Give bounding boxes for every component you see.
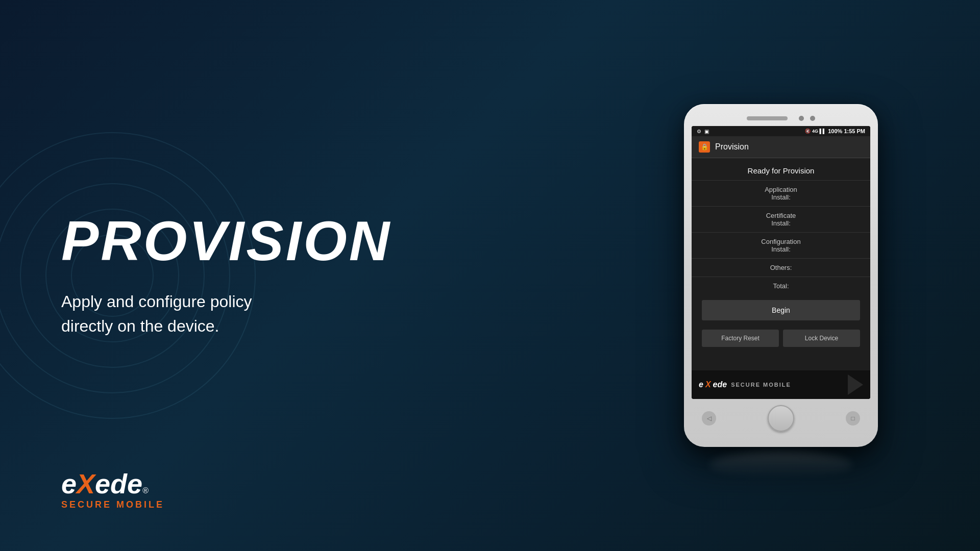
home-button[interactable] [768, 405, 794, 432]
lock-device-button[interactable]: Lock Device [783, 330, 860, 347]
content-spacer [692, 355, 870, 370]
logo-registered: ® [142, 487, 149, 495]
factory-reset-button[interactable]: Factory Reset [702, 330, 779, 347]
application-install-row: ApplicationInstall: [692, 180, 870, 206]
app-header-icon: 🔒 [699, 141, 710, 153]
others-label: Others: [770, 264, 792, 271]
page-title: PROVISION [61, 213, 391, 269]
footer-logo-ede: ede [713, 380, 727, 389]
phone-camera1 [799, 116, 804, 121]
signal-icons: 🔇 4G ▌▌ [805, 129, 826, 134]
action-buttons-container: Factory Reset Lock Device [692, 325, 870, 355]
app-content: Ready for Provision ApplicationInstall: … [692, 158, 870, 370]
left-content-area: PROVISION Apply and configure policy dir… [61, 213, 391, 338]
app-header-title: Provision [715, 142, 749, 152]
certificate-install-row: CertificateInstall: [692, 206, 870, 232]
certificate-install-label: CertificateInstall: [766, 212, 796, 227]
phone-reflection [709, 452, 852, 478]
configuration-install-row: ConfigurationInstall: [692, 232, 870, 258]
subtitle: Apply and configure policy directly on t… [61, 289, 391, 338]
phone-mockup: ⚙ ▣ 🔇 4G ▌▌ 100% 1:55 PM 🔒 Provision Rea… [684, 104, 878, 447]
subtitle-line2: directly on the device. [61, 314, 391, 338]
status-bar-right: 🔇 4G ▌▌ 100% 1:55 PM [805, 128, 865, 134]
status-bar: ⚙ ▣ 🔇 4G ▌▌ 100% 1:55 PM [692, 126, 870, 136]
total-label: Total: [773, 282, 789, 290]
footer-logo-e: e [699, 380, 703, 389]
logo-x: X [77, 470, 95, 497]
phone-speaker [747, 116, 788, 120]
footer-logo: e X ede [699, 380, 727, 389]
configuration-install-label: ConfigurationInstall: [761, 238, 800, 253]
battery-text: 100% 1:55 PM [828, 128, 865, 134]
brand-logo: e X ede ® SECURE MOBILE [61, 470, 164, 510]
exede-wordmark: e X ede ® [61, 470, 164, 497]
application-install-label: ApplicationInstall: [765, 186, 797, 201]
recent-button[interactable]: □ [846, 411, 860, 425]
phone-bottom-bar: ◁ □ [692, 399, 870, 439]
logo-ede: ede [95, 470, 142, 497]
logo-e1: e [61, 470, 77, 497]
footer-decoration-triangle [848, 374, 863, 395]
back-button[interactable]: ◁ [702, 411, 716, 425]
subtitle-line1: Apply and configure policy [61, 289, 391, 314]
others-row: Others: [692, 258, 870, 277]
status-bar-left: ⚙ ▣ [697, 129, 709, 134]
begin-button[interactable]: Begin [702, 300, 860, 320]
footer-logo-x: X [705, 380, 711, 389]
footer-tagline: SECURE MOBILE [731, 382, 791, 388]
app-footer: e X ede SECURE MOBILE [692, 370, 870, 399]
sim-icon: ▣ [704, 129, 709, 134]
phone-body: ⚙ ▣ 🔇 4G ▌▌ 100% 1:55 PM 🔒 Provision Rea… [684, 104, 878, 447]
phone-top-bar [692, 112, 870, 126]
total-row: Total: [692, 277, 870, 295]
logo-tagline: SECURE MOBILE [61, 499, 164, 510]
ready-for-provision-text: Ready for Provision [692, 158, 870, 180]
app-header: 🔒 Provision [692, 136, 870, 158]
usb-icon: ⚙ [697, 129, 701, 134]
phone-screen: ⚙ ▣ 🔇 4G ▌▌ 100% 1:55 PM 🔒 Provision Rea… [692, 126, 870, 399]
phone-camera2 [810, 116, 815, 121]
